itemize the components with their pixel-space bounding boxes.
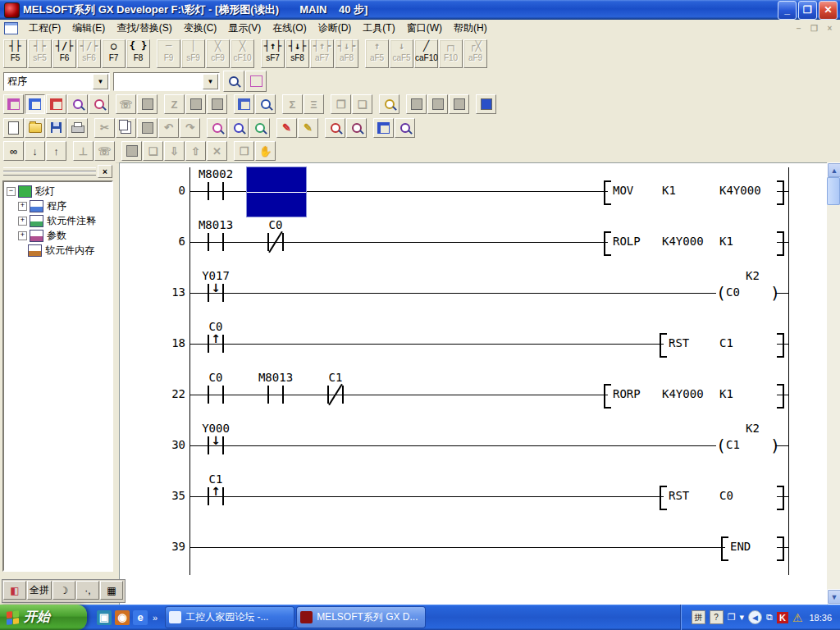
- rung-18-instruction-opcode[interactable]: RST: [669, 336, 689, 349]
- device-test-button[interactable]: ✎: [276, 118, 297, 138]
- new-project-button[interactable]: [3, 118, 24, 138]
- expand-tray-icon[interactable]: ▾: [740, 612, 745, 623]
- scroll-up-icon[interactable]: ▲: [827, 162, 840, 178]
- tree-expander-2[interactable]: +: [18, 217, 27, 226]
- rung-22-instruction-operand-2[interactable]: K1: [719, 387, 733, 400]
- task-button-1[interactable]: 工控人家园论坛 -...: [166, 607, 294, 628]
- mdi-close-button[interactable]: ×: [823, 22, 837, 34]
- project-tree-toggle-button[interactable]: [245, 71, 267, 92]
- rung-22-instruction-opcode[interactable]: RORP: [613, 387, 641, 400]
- rising-pulse-contact-button[interactable]: ┤↑├sF7: [261, 39, 285, 68]
- menu-item-7[interactable]: 诊断(D): [313, 20, 358, 37]
- menu-item-1[interactable]: 工程(F): [23, 20, 66, 37]
- tree-expander-3[interactable]: +: [18, 231, 27, 240]
- hide-icons-button[interactable]: ◀: [748, 610, 762, 624]
- rung-35-instruction-operand-1[interactable]: C0: [719, 489, 733, 502]
- menu-item-4[interactable]: 变换(C): [178, 20, 223, 37]
- find-combo-dropdown-icon[interactable]: ▼: [203, 74, 218, 89]
- ime-punct-button[interactable]: ·,: [76, 581, 99, 600]
- rung-22-instruction-operand-1[interactable]: K4Y000: [662, 387, 704, 400]
- mdi-minimize-button[interactable]: –: [792, 22, 806, 34]
- device-skip-button[interactable]: ✎: [298, 118, 318, 138]
- menu-item-6[interactable]: 在线(O): [267, 20, 312, 37]
- rung-30-coil-C1-device[interactable]: C1: [726, 438, 740, 451]
- find-coil-button[interactable]: [346, 118, 367, 138]
- media-player-icon[interactable]: ◉: [115, 610, 130, 625]
- restore-button[interactable]: ❐: [798, 1, 817, 20]
- antivirus-tray-icon[interactable]: K: [777, 612, 788, 623]
- save-project-button[interactable]: [46, 118, 66, 138]
- rung-13-coil-C0-device[interactable]: C0: [726, 285, 740, 299]
- application-instruction-button[interactable]: { }F8: [126, 39, 150, 68]
- coil-button[interactable]: ○F7: [102, 39, 126, 68]
- tree-item-4[interactable]: 软元件内存: [4, 243, 112, 258]
- find-device-button[interactable]: [207, 118, 227, 138]
- ladder-write-mode-button[interactable]: [46, 94, 66, 114]
- read-mode-button[interactable]: [67, 94, 88, 114]
- menu-item-2[interactable]: 编辑(E): [66, 20, 111, 37]
- print-button[interactable]: [67, 118, 88, 138]
- restore-tray-icon[interactable]: ❐: [728, 612, 736, 623]
- ime-shape-button[interactable]: ☽: [52, 581, 75, 600]
- show-desktop-icon[interactable]: ▣: [97, 610, 112, 625]
- rung-0-instruction-opcode[interactable]: MOV: [613, 184, 633, 197]
- mdi-document-icon[interactable]: [4, 22, 18, 34]
- alert-tray-icon[interactable]: ⚠: [792, 611, 803, 624]
- vertical-scrollbar[interactable]: ▲ ▼: [827, 162, 840, 605]
- panel-close-button[interactable]: ×: [98, 165, 112, 178]
- scroll-down-icon[interactable]: ▼: [827, 589, 840, 605]
- find-instruction-button[interactable]: [228, 118, 249, 138]
- rung-6-instruction-opcode[interactable]: ROLP: [613, 235, 641, 248]
- close-button[interactable]: ✕: [819, 1, 838, 20]
- find-device-dialog-button[interactable]: [223, 71, 244, 92]
- copy-button[interactable]: [116, 118, 136, 138]
- network-tray-icon[interactable]: ⧉: [766, 612, 773, 623]
- scrollbar-thumb[interactable]: [827, 177, 840, 205]
- open-project-button[interactable]: [25, 118, 45, 138]
- ladder-diagram-view[interactable]: 0M8002MOVK1K4Y0006M8013C0ROLPK4Y000K113Y…: [119, 162, 827, 605]
- rung-0-instruction-operand-2[interactable]: K4Y000: [719, 184, 761, 197]
- rung-18-instruction-operand-1[interactable]: C1: [719, 336, 733, 349]
- find-contact-button[interactable]: [325, 118, 345, 138]
- ladder-monitor-mode-button[interactable]: [25, 94, 45, 114]
- rung-6-instruction-operand-2[interactable]: K1: [719, 235, 733, 248]
- menu-item-10[interactable]: 帮助(H): [448, 20, 493, 37]
- find-next-up-button[interactable]: ↑: [46, 141, 66, 161]
- print-preview-button[interactable]: [395, 118, 415, 138]
- rung-39-instruction-opcode[interactable]: END: [730, 540, 751, 553]
- tree-item-2[interactable]: +软元件注释: [4, 213, 112, 228]
- tree-item-root[interactable]: −彩灯: [4, 184, 112, 199]
- project-data-swap-button[interactable]: [3, 94, 24, 114]
- start-button[interactable]: 开始: [0, 605, 87, 630]
- ime-indicator-icon[interactable]: 拼: [692, 610, 705, 624]
- rung-35-instruction-opcode[interactable]: RST: [669, 489, 689, 502]
- closed-contact-button[interactable]: ┤/├F6: [52, 39, 76, 68]
- help-tray-icon[interactable]: ?: [710, 610, 724, 624]
- quick-launch-more-icon[interactable]: »: [153, 613, 158, 623]
- find-string-button[interactable]: [249, 118, 270, 138]
- menu-item-3[interactable]: 查找/替换(S): [111, 20, 177, 37]
- menu-item-8[interactable]: 工具(T): [357, 20, 400, 37]
- menu-item-5[interactable]: 显示(V): [222, 20, 267, 37]
- minimize-button[interactable]: _: [778, 1, 797, 20]
- comment-display-button[interactable]: [234, 94, 254, 114]
- find-combo[interactable]: ▼: [113, 72, 220, 91]
- task-button-2[interactable]: MELSOFT系列 GX D...: [297, 607, 425, 628]
- write-mode-button[interactable]: [89, 94, 109, 114]
- tree-item-3[interactable]: +参数: [4, 228, 112, 243]
- find-next-down-button[interactable]: ↓: [25, 141, 45, 161]
- panel-grip[interactable]: [3, 171, 96, 176]
- mdi-restore-button[interactable]: ❐: [807, 22, 821, 34]
- find-binoculars-button[interactable]: ∞: [3, 141, 24, 161]
- program-combo[interactable]: 程序 ▼: [3, 72, 110, 91]
- ime-mode-button[interactable]: 全拼: [27, 581, 52, 600]
- open-contact-button[interactable]: ┤├F5: [3, 39, 27, 68]
- tree-expander-1[interactable]: +: [18, 202, 27, 211]
- entry-data-monitor-button[interactable]: [379, 94, 399, 114]
- invert-operation-button[interactable]: ╱caF10: [414, 39, 438, 68]
- ime-softkbd-button[interactable]: ▦: [100, 581, 123, 600]
- ladder-cursor[interactable]: [246, 167, 307, 217]
- rung-0-instruction-operand-1[interactable]: K1: [662, 184, 676, 197]
- monitor-display-button[interactable]: [476, 94, 496, 114]
- falling-pulse-contact-button[interactable]: ┤↓├sF8: [285, 39, 309, 68]
